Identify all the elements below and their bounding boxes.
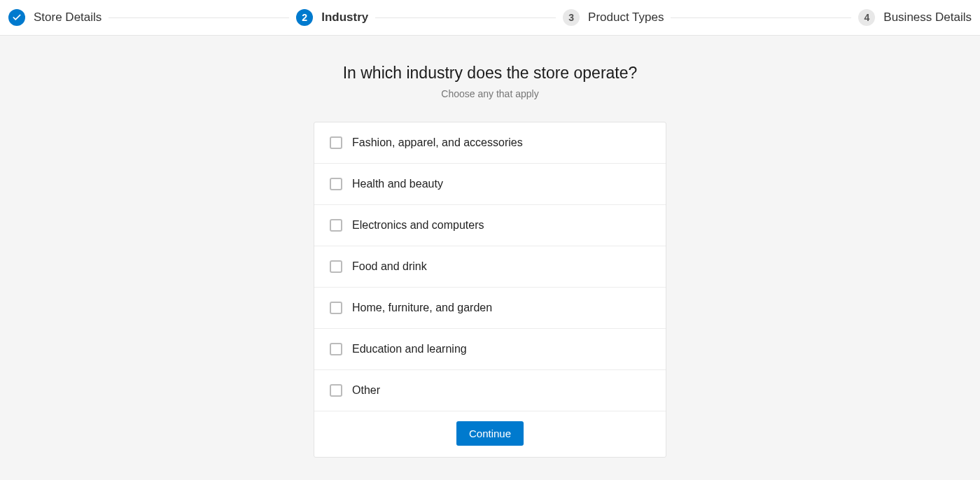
- checkbox[interactable]: [330, 136, 342, 149]
- page-subheading: Choose any that apply: [0, 88, 980, 99]
- progress-stepper: Store Details 2 Industry 3 Product Types…: [0, 0, 980, 36]
- option-other[interactable]: Other: [314, 370, 666, 411]
- stepper-track: Store Details 2 Industry 3 Product Types…: [8, 9, 972, 26]
- option-label: Other: [352, 384, 380, 397]
- step-label: Store Details: [34, 10, 102, 24]
- step-product-types[interactable]: 3 Product Types: [563, 9, 664, 26]
- option-education[interactable]: Education and learning: [314, 329, 666, 370]
- checkbox[interactable]: [330, 343, 342, 355]
- option-electronics[interactable]: Electronics and computers: [314, 205, 666, 246]
- option-health-beauty[interactable]: Health and beauty: [314, 164, 666, 205]
- main-content: In which industry does the store operate…: [0, 36, 980, 458]
- step-connector: [375, 17, 556, 18]
- option-fashion[interactable]: Fashion, apparel, and accessories: [314, 122, 666, 164]
- option-label: Food and drink: [352, 260, 427, 273]
- step-store-details[interactable]: Store Details: [8, 9, 102, 26]
- option-home-furniture[interactable]: Home, furniture, and garden: [314, 288, 666, 329]
- checkbox[interactable]: [330, 260, 342, 273]
- check-icon: [8, 9, 25, 26]
- step-connector: [108, 17, 289, 18]
- step-connector: [671, 17, 851, 18]
- option-label: Health and beauty: [352, 178, 443, 190]
- checkbox[interactable]: [330, 384, 342, 397]
- step-label: Business Details: [883, 10, 972, 24]
- page-heading: In which industry does the store operate…: [0, 64, 980, 83]
- checkbox[interactable]: [330, 302, 342, 314]
- step-number-badge: 2: [296, 9, 313, 26]
- continue-button[interactable]: Continue: [456, 421, 524, 446]
- step-business-details[interactable]: 4 Business Details: [858, 9, 972, 26]
- heading-block: In which industry does the store operate…: [0, 64, 980, 99]
- industry-options-card: Fashion, apparel, and accessories Health…: [314, 122, 666, 458]
- step-label: Industry: [321, 10, 368, 24]
- step-industry[interactable]: 2 Industry: [296, 9, 368, 26]
- option-label: Education and learning: [352, 343, 467, 355]
- step-label: Product Types: [588, 10, 664, 24]
- card-footer: Continue: [314, 411, 666, 457]
- checkbox[interactable]: [330, 219, 342, 232]
- option-label: Fashion, apparel, and accessories: [352, 136, 523, 149]
- step-number-badge: 3: [563, 9, 580, 26]
- option-food-drink[interactable]: Food and drink: [314, 246, 666, 288]
- option-label: Electronics and computers: [352, 219, 484, 232]
- option-label: Home, furniture, and garden: [352, 302, 492, 314]
- step-number-badge: 4: [858, 9, 875, 26]
- checkbox[interactable]: [330, 178, 342, 190]
